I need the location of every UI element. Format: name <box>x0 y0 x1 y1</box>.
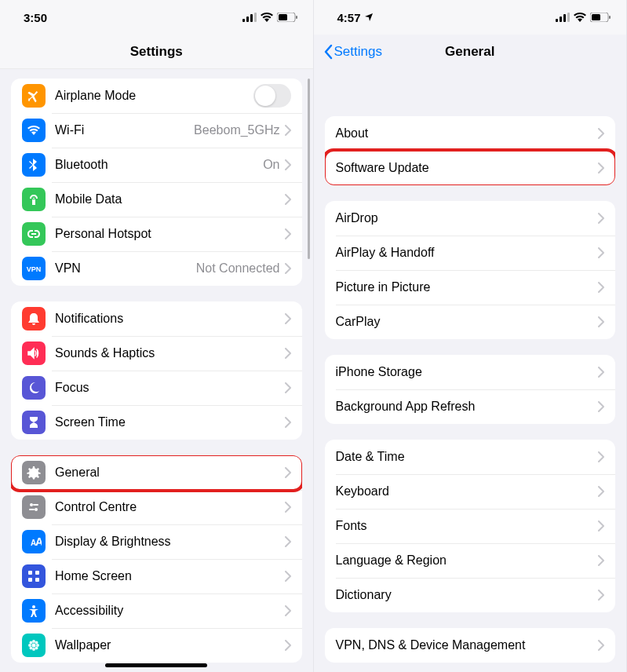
svg-text:VPN: VPN <box>27 265 42 273</box>
chevron-right-icon <box>598 401 604 412</box>
row-label: Personal Hotspot <box>55 227 285 241</box>
chevron-right-icon <box>598 213 604 224</box>
row-wi-fi[interactable]: Wi-FiBeebom_5GHz <box>11 113 302 148</box>
bluetooth-icon <box>22 153 46 177</box>
row-label: Keyboard <box>336 484 599 499</box>
svg-rect-34 <box>609 16 611 19</box>
chevron-right-icon <box>285 125 291 136</box>
svg-rect-3 <box>254 13 257 22</box>
row-accessibility[interactable]: Accessibility <box>11 593 302 628</box>
row-label: Focus <box>55 381 285 395</box>
chevron-right-icon <box>285 502 291 513</box>
chevron-right-icon <box>598 247 604 258</box>
row-airplane-mode[interactable]: Airplane Mode <box>11 79 302 113</box>
back-button[interactable]: Settings <box>323 44 382 60</box>
page-title: Settings <box>130 44 183 60</box>
row-software-update[interactable]: Software Update <box>325 151 616 185</box>
nav-bar: Settings General <box>314 35 627 69</box>
chevron-right-icon <box>285 571 291 582</box>
row-date-time[interactable]: Date & Time <box>325 440 616 474</box>
status-bar: 4:57 <box>314 0 627 35</box>
row-vpn-dns-device-management[interactable]: VPN, DNS & Device Management <box>325 628 616 663</box>
row-mobile-data[interactable]: Mobile Data <box>11 182 302 217</box>
chevron-right-icon <box>285 348 291 359</box>
row-vpn[interactable]: VPNVPNNot Connected <box>11 251 302 286</box>
row-label: General <box>55 466 285 480</box>
row-airdrop[interactable]: AirDrop <box>325 201 616 236</box>
row-label: iPhone Storage <box>336 365 599 379</box>
chevron-right-icon <box>285 467 291 478</box>
row-dictionary[interactable]: Dictionary <box>325 578 616 612</box>
row-about[interactable]: About <box>325 116 616 151</box>
home-indicator[interactable] <box>105 663 207 667</box>
link-icon <box>22 222 46 246</box>
chevron-left-icon <box>323 44 333 60</box>
svg-rect-14 <box>28 571 32 575</box>
chevron-right-icon <box>285 536 291 547</box>
row-label: Background App Refresh <box>336 400 599 414</box>
svg-point-27 <box>35 647 38 650</box>
svg-point-20 <box>32 640 35 643</box>
page-title: General <box>445 44 494 60</box>
row-general[interactable]: General <box>11 455 302 490</box>
scrollbar-indicator <box>308 79 310 259</box>
row-display-brightness[interactable]: AADisplay & Brightness <box>11 524 302 559</box>
row-fonts[interactable]: Fonts <box>325 509 616 543</box>
row-iphone-storage[interactable]: iPhone Storage <box>325 355 616 389</box>
row-notifications[interactable]: Notifications <box>11 301 302 336</box>
svg-rect-0 <box>242 19 245 22</box>
status-time: 3:50 <box>24 11 47 24</box>
svg-rect-33 <box>592 14 600 20</box>
flower-icon <box>22 634 46 657</box>
row-label: Language & Region <box>336 553 599 568</box>
row-value: Beebom_5GHz <box>194 123 279 137</box>
chevron-right-icon <box>598 128 604 139</box>
row-picture-in-picture[interactable]: Picture in Picture <box>325 270 616 305</box>
row-airplay-handoff[interactable]: AirPlay & Handoff <box>325 236 616 270</box>
chevron-right-icon <box>285 228 291 239</box>
general-screen: 4:57 Settings General AboutSoftware Upda… <box>314 0 628 672</box>
svg-point-21 <box>32 648 35 651</box>
row-focus[interactable]: Focus <box>11 371 302 405</box>
svg-rect-1 <box>246 16 249 22</box>
chevron-right-icon <box>285 194 291 205</box>
row-label: Wallpaper <box>55 638 285 652</box>
chevron-right-icon <box>598 486 604 497</box>
settings-group: NotificationsSounds & HapticsFocusScreen… <box>11 301 302 440</box>
row-screen-time[interactable]: Screen Time <box>11 405 302 440</box>
row-label: Mobile Data <box>55 192 285 206</box>
row-background-app-refresh[interactable]: Background App Refresh <box>325 389 616 424</box>
row-label: Bluetooth <box>55 158 263 172</box>
chevron-right-icon <box>598 282 604 293</box>
row-label: Airplane Mode <box>55 89 253 103</box>
row-label: About <box>336 126 599 141</box>
row-keyboard[interactable]: Keyboard <box>325 474 616 509</box>
row-wallpaper[interactable]: Wallpaper <box>11 628 302 663</box>
svg-text:A: A <box>35 535 42 548</box>
chevron-right-icon <box>285 382 291 393</box>
settings-group: AirDropAirPlay & HandoffPicture in Pictu… <box>325 201 616 339</box>
row-label: Home Screen <box>55 569 285 583</box>
toggle-switch[interactable] <box>253 84 291 108</box>
signal-icon <box>242 13 257 22</box>
chevron-right-icon <box>285 263 291 274</box>
airplane-icon <box>22 84 46 108</box>
svg-point-25 <box>35 641 38 645</box>
grid-icon <box>22 564 46 588</box>
row-label: VPN, DNS & Device Management <box>336 638 599 652</box>
row-control-centre[interactable]: Control Centre <box>11 490 302 524</box>
row-carplay[interactable]: CarPlay <box>325 305 616 339</box>
chevron-right-icon <box>598 163 604 173</box>
settings-screen: 3:50 Settings Airplane ModeWi-FiBeebom_5… <box>0 0 314 672</box>
row-bluetooth[interactable]: BluetoothOn <box>11 148 302 182</box>
svg-rect-17 <box>35 578 39 582</box>
row-home-screen[interactable]: Home Screen <box>11 559 302 593</box>
row-sounds-haptics[interactable]: Sounds & Haptics <box>11 336 302 371</box>
row-label: Software Update <box>336 161 599 175</box>
row-value: Not Connected <box>196 261 280 276</box>
svg-point-10 <box>35 508 38 511</box>
row-language-region[interactable]: Language & Region <box>325 543 616 578</box>
row-label: Wi-Fi <box>55 123 194 137</box>
chevron-right-icon <box>598 640 604 651</box>
row-personal-hotspot[interactable]: Personal Hotspot <box>11 217 302 251</box>
